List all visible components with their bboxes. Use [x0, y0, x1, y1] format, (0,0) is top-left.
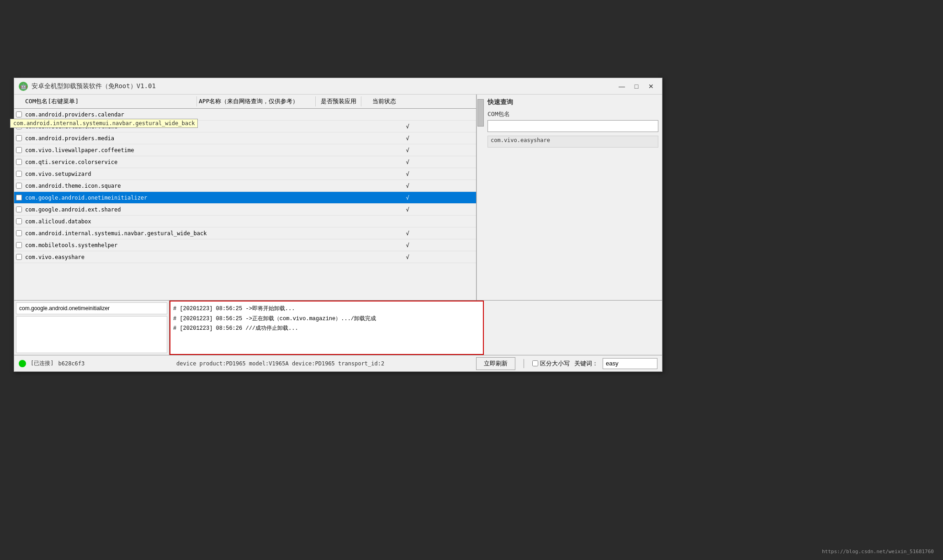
row-package: com.alicloud.databox: [23, 218, 266, 225]
row-preinstall: √: [385, 159, 430, 165]
row-preinstall: √: [385, 242, 430, 248]
table-row[interactable]: com.qti.service.colorservice √: [14, 156, 476, 168]
right-panel: 快速查询 COM包名 com.vivo.easyshare: [484, 95, 662, 300]
row-package: com.vivo.easyshare: [23, 254, 266, 260]
row-preinstall: √: [385, 206, 430, 213]
connected-label: [已连接]: [31, 359, 53, 367]
table-row[interactable]: com.android.internal.systemui.navbar.ges…: [14, 227, 476, 239]
row-checkbox[interactable]: [14, 195, 23, 201]
table-row[interactable]: com.google.android.onetimeinitializer √: [14, 192, 476, 204]
package-search-label: COM包名: [487, 110, 658, 118]
row-preinstall: √: [385, 183, 430, 189]
table-body[interactable]: com.android.providers.calendar com.bbk.s…: [14, 109, 476, 300]
table-header: COM包名[右键菜单] APP名称（来自网络查询，仅供参考） 是否预装应用 当前…: [14, 95, 476, 109]
refresh-button[interactable]: 立即刷新: [476, 357, 515, 370]
row-package: com.mobiletools.systemhelper: [23, 242, 266, 248]
table-row[interactable]: com.google.android.ext.shared √: [14, 204, 476, 216]
row-checkbox[interactable]: [14, 183, 23, 189]
row-checkbox[interactable]: [14, 218, 23, 224]
row-package: com.android.internal.systemui.navbar.ges…: [23, 230, 266, 237]
header-package: COM包名[右键菜单]: [23, 96, 197, 106]
window-title: 安卓全机型卸载预装软件（免Root）V1.01: [32, 82, 156, 90]
table-row[interactable]: com.mobiletools.systemhelper √: [14, 239, 476, 251]
table-row[interactable]: com.alicloud.databox: [14, 216, 476, 227]
bottom-left: [14, 301, 170, 355]
header-appname: APP名称（来自网络查询，仅供参考）: [197, 96, 316, 106]
row-preinstall: √: [385, 123, 430, 130]
case-sensitive-checkbox[interactable]: [532, 360, 538, 366]
row-package: com.google.android.onetimeinitializer: [23, 195, 266, 201]
table-row[interactable]: com.android.providers.media √: [14, 132, 476, 144]
row-package: com.google.android.ext.shared: [23, 206, 266, 213]
title-bar: 🤖 安卓全机型卸载预装软件（免Root）V1.01 — □ ✕: [14, 78, 662, 95]
row-package: com.android.theme.icon.square: [23, 183, 266, 189]
row-package: com.android.providers.media: [23, 135, 266, 142]
table-row[interactable]: com.vivo.setupwizard √: [14, 168, 476, 180]
table-row[interactable]: com.android.theme.icon.square √: [14, 180, 476, 192]
title-left: 🤖 安卓全机型卸载预装软件（免Root）V1.01: [19, 82, 156, 91]
watermark: https://blog.csdn.net/weixin_51681760: [822, 549, 934, 555]
row-preinstall: √: [385, 230, 430, 237]
bottom-right-panel: [484, 301, 662, 355]
row-package: com.android.providers.calendar: [23, 111, 266, 118]
bottom-section: # [20201223] 08:56:25 ->即将开始卸载...# [2020…: [14, 300, 662, 355]
package-search-input[interactable]: [487, 120, 658, 132]
keyword-input[interactable]: [603, 358, 657, 369]
row-checkbox[interactable]: [14, 135, 23, 141]
minimize-button[interactable]: —: [615, 81, 628, 92]
row-preinstall: √: [385, 171, 430, 177]
row-package: com.qti.service.colorservice: [23, 159, 266, 165]
selected-package-input[interactable]: [16, 302, 167, 314]
search-result: com.vivo.easyshare: [487, 136, 658, 148]
maximize-button[interactable]: □: [630, 81, 643, 92]
device-id: b628c6f3: [58, 360, 85, 367]
row-preinstall: √: [385, 254, 430, 260]
notes-area[interactable]: [16, 316, 167, 353]
row-checkbox[interactable]: [14, 147, 23, 153]
row-preinstall: √: [385, 147, 430, 153]
row-checkbox[interactable]: [14, 254, 23, 260]
row-checkbox[interactable]: [14, 242, 23, 248]
row-preinstall: √: [385, 195, 430, 201]
scrollbar-thumb[interactable]: [477, 99, 484, 127]
table-row[interactable]: com.vivo.livewallpaper.coffeetime √: [14, 144, 476, 156]
row-preinstall: √: [385, 135, 430, 142]
table-row[interactable]: com.vivo.easyshare √: [14, 251, 476, 263]
device-info: device product:PD1965 model:V1965A devic…: [89, 360, 472, 367]
title-controls: — □ ✕: [615, 81, 657, 92]
header-preinstall: 是否预装应用: [316, 96, 361, 106]
header-status: 当前状态: [361, 96, 407, 106]
case-sensitive-label: 区分大小写: [540, 359, 570, 368]
log-area: # [20201223] 08:56:25 ->即将开始卸载...# [2020…: [170, 301, 484, 355]
app-icon: 🤖: [19, 82, 28, 91]
log-line: # [20201223] 08:56:25 ->即将开始卸载...: [173, 304, 480, 314]
row-package: com.vivo.setupwizard: [23, 171, 266, 177]
row-package: com.vivo.livewallpaper.coffeetime: [23, 147, 266, 153]
close-button[interactable]: ✕: [645, 81, 657, 92]
log-line: # [20201223] 08:56:26 ///成功停止卸载...: [173, 324, 480, 334]
connection-indicator: [19, 360, 26, 367]
row-checkbox[interactable]: [14, 171, 23, 177]
row-checkbox[interactable]: [14, 206, 23, 212]
tooltip: com.android.internal.systemui.navbar.ges…: [10, 119, 198, 128]
quick-search-title: 快速查询: [487, 98, 658, 106]
case-sensitive-area: 区分大小写: [532, 359, 570, 368]
table-scrollbar[interactable]: [477, 95, 484, 300]
log-line: # [20201223] 08:56:25 ->正在卸载（com.vivo.ma…: [173, 314, 480, 324]
keyword-label: 关键词：: [574, 359, 598, 368]
row-checkbox[interactable]: [14, 159, 23, 165]
row-checkbox[interactable]: [14, 111, 23, 117]
status-bar: [已连接] b628c6f3 device product:PD1965 mod…: [14, 355, 662, 371]
row-checkbox[interactable]: [14, 230, 23, 236]
